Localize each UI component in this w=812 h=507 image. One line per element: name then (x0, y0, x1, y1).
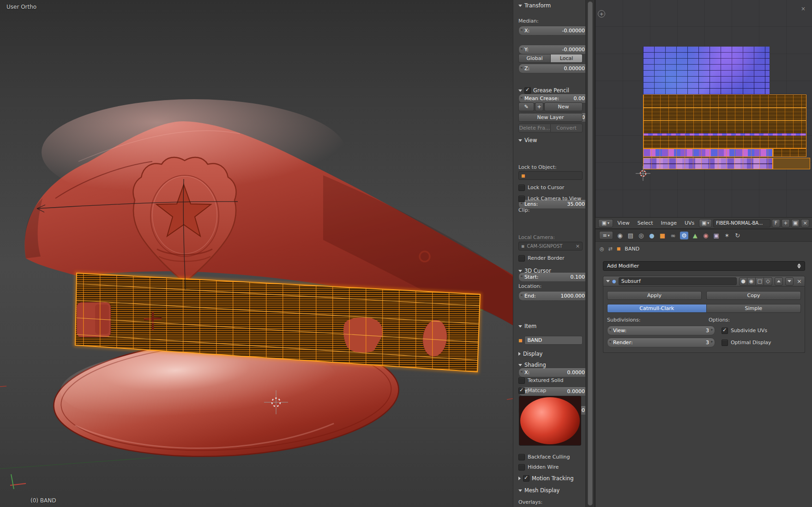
item-name-field[interactable]: BAND (524, 336, 583, 345)
editor-type-button[interactable]: ≡ ▾ (599, 231, 613, 239)
display-editmode-toggle[interactable]: □ (756, 277, 764, 286)
tab-texture[interactable]: ▣ (713, 232, 720, 239)
scrollbar-thumb[interactable] (588, 1, 593, 506)
cube-icon: ■ (617, 246, 621, 251)
editor-type-button[interactable]: ▣ ▾ (598, 219, 613, 227)
render-border-checkbox[interactable] (518, 255, 525, 262)
clip-end-field[interactable]: End: 1000.000 (518, 291, 586, 301)
collapse-icon (518, 5, 522, 7)
tab-render-layers[interactable]: ▤ (627, 232, 634, 239)
panel-header-shading[interactable]: Shading (518, 361, 583, 369)
tab-modifiers-active[interactable]: ⚙ (680, 232, 688, 239)
median-y-field[interactable]: Y: -0.00000 (518, 45, 586, 54)
tab-render[interactable]: ◉ (616, 232, 624, 239)
new-image-button[interactable]: + (782, 219, 790, 227)
mean-crease-field[interactable]: Mean Crease: 0.00 (518, 94, 586, 103)
panel-header-item[interactable]: Item (518, 322, 583, 330)
fake-user-button[interactable]: F (772, 219, 780, 227)
uv-canvas[interactable]: + × (595, 0, 812, 217)
unlink-image-button[interactable]: × (801, 219, 809, 227)
backface-culling-row: Backface Culling (518, 453, 583, 460)
subdivide-uvs-checkbox[interactable] (722, 328, 728, 334)
tab-object-data[interactable]: ▲ (692, 232, 699, 239)
optimal-display-checkbox[interactable] (722, 340, 728, 346)
clear-camera-icon[interactable]: × (576, 243, 580, 249)
simple-button[interactable]: Simple (707, 304, 801, 313)
hidden-wire-checkbox[interactable] (518, 464, 525, 471)
tab-object[interactable]: ■ (659, 232, 666, 239)
lock-cursor-checkbox[interactable] (518, 185, 525, 191)
move-modifier-up-button[interactable] (775, 277, 783, 286)
region-corner-icon[interactable]: × (801, 6, 806, 12)
pack-image-button[interactable]: ▣ (791, 219, 800, 227)
median-z-field[interactable]: Z: 0.00000 (518, 64, 586, 73)
subdiv-view-field[interactable]: View: 3 (607, 326, 715, 335)
apply-button[interactable]: Apply (607, 291, 702, 300)
move-modifier-down-button[interactable] (785, 277, 794, 286)
display-cage-toggle[interactable]: ◇ (764, 277, 772, 286)
eye-icon: ◉ (749, 278, 754, 284)
dropdown-icon: ▾ (608, 233, 610, 238)
menu-view[interactable]: View (614, 219, 633, 228)
region-expand-icon[interactable]: + (598, 10, 605, 18)
tab-material[interactable]: ◉ (702, 232, 710, 239)
global-button[interactable]: Global (518, 54, 551, 63)
grease-pencil-checkbox[interactable] (524, 87, 531, 94)
matcap-preview[interactable] (519, 396, 581, 446)
menu-image[interactable]: Image (658, 219, 680, 228)
options-label: Options: (709, 317, 730, 323)
lock-object-field[interactable]: ■ (518, 171, 583, 180)
expand-icon[interactable] (606, 280, 610, 282)
backface-culling-checkbox[interactable] (518, 454, 525, 460)
modifier-header[interactable]: ● Subsurf ● ◉ □ (603, 276, 805, 286)
lock-camera-checkbox[interactable] (518, 196, 525, 202)
delete-modifier-icon[interactable]: × (797, 278, 802, 285)
display-render-toggle[interactable]: ● (739, 277, 747, 286)
panel-header-3d-cursor[interactable]: 3D Cursor (518, 267, 583, 274)
viewport-canvas[interactable]: User Ortho (0) BAND (0, 0, 513, 507)
panel-header-transform[interactable]: Transform (518, 2, 583, 9)
pin-icon[interactable]: ◎ (600, 246, 604, 252)
matcap-checkbox[interactable] (518, 388, 525, 394)
new-layer-button[interactable]: New Layer (518, 113, 583, 122)
draw-tool-button[interactable]: ✎ (518, 102, 534, 111)
median-x-field[interactable]: X: -0.00000 (518, 26, 586, 36)
panel-header-view[interactable]: View (518, 137, 583, 144)
panel-header-grease-pencil[interactable]: Grease Pencil (518, 87, 583, 94)
display-viewport-toggle[interactable]: ◉ (747, 277, 756, 286)
local-button[interactable]: Local (551, 54, 583, 63)
tab-world[interactable]: ● (648, 232, 656, 239)
uv-2d-cursor[interactable] (635, 165, 651, 182)
local-camera-field[interactable]: ▪ CAM-SIGNPOST × (518, 242, 583, 251)
image-name-field[interactable]: FIBER-NORMAL-BA... (713, 219, 770, 227)
browse-image-button[interactable]: ▣ ▾ (699, 219, 712, 227)
panel-header-motion-tracking[interactable]: Motion Tracking (518, 475, 583, 482)
tab-constraints[interactable]: ∞ (669, 232, 677, 239)
modifier-body: Apply Copy Catmull-Clark Simple Subdivis… (603, 286, 805, 353)
gp-new-button[interactable]: New (544, 102, 583, 111)
tab-particles[interactable]: ✶ (723, 232, 731, 239)
menu-select[interactable]: Select (634, 219, 656, 228)
copy-button[interactable]: Copy (706, 291, 801, 300)
tab-scene[interactable]: ◎ (638, 232, 645, 239)
convert-button[interactable]: Convert (551, 124, 583, 132)
collapse-icon (518, 270, 522, 272)
breadcrumb-object-name[interactable]: BAND (625, 246, 639, 252)
dropdown-icon: ▾ (607, 221, 609, 225)
catmull-clark-button[interactable]: Catmull-Clark (607, 304, 707, 313)
modifier-name-field[interactable]: Subsurf (619, 277, 737, 285)
menu-uvs[interactable]: UVs (681, 219, 698, 228)
panel-header-display[interactable]: Display (518, 350, 583, 358)
add-modifier-dropdown[interactable]: Add Modifier (603, 261, 805, 271)
grease-pencil-tools: ✎ + New (518, 102, 583, 111)
subdiv-render-field[interactable]: Render: 3 (607, 338, 715, 347)
panel-header-mesh-display[interactable]: Mesh Display (518, 487, 583, 494)
panel-scrollbar[interactable] (585, 0, 595, 507)
properties-shelf: Transform Median: X: -0.00000 Y: -0.0000… (513, 0, 586, 507)
delete-frame-button[interactable]: Delete Fra... (518, 124, 551, 132)
cursor-x-field[interactable]: X: 0.0000 (518, 368, 586, 377)
motion-tracking-checkbox[interactable] (523, 475, 529, 482)
textured-solid-checkbox[interactable] (518, 377, 525, 384)
tab-physics[interactable]: ↻ (734, 232, 741, 239)
add-color-button[interactable]: + (535, 102, 543, 111)
